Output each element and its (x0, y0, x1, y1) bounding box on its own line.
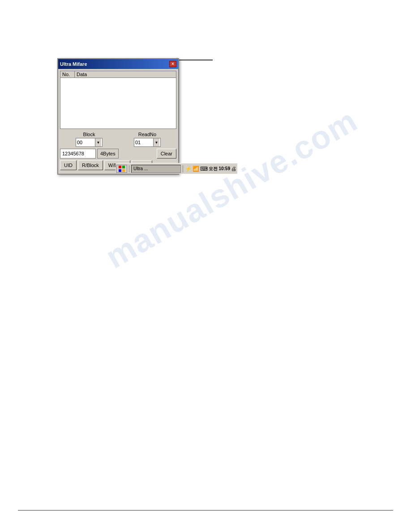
printer-icon: 🖨 (231, 166, 236, 172)
svg-rect-3 (122, 169, 125, 172)
data-list: No. Data (60, 71, 176, 129)
data-input[interactable] (60, 149, 96, 159)
signal-icon: 📶 (193, 166, 199, 172)
clear-button[interactable]: Clear (157, 149, 176, 159)
readno-value: 01 (135, 140, 153, 145)
close-button[interactable]: × (169, 61, 176, 67)
dialog-title: Ultra Mifare (60, 61, 169, 67)
dropdown-row: Block 00 ▼ ReadNo 01 ▼ (60, 132, 176, 147)
taskbar-separator-2 (183, 165, 183, 172)
readno-label: ReadNo (138, 132, 156, 137)
bytes-label: 4Bytes (97, 149, 119, 159)
svg-rect-1 (122, 166, 125, 168)
block-group: Block 00 ▼ (76, 132, 103, 147)
tray-time: 오전 10:59 (209, 166, 230, 172)
title-bar: Ultra Mifare × (58, 59, 178, 69)
data-list-header: No. Data (60, 71, 176, 78)
readno-select[interactable]: 01 ▼ (134, 138, 161, 147)
svg-rect-0 (119, 166, 121, 168)
block-value: 00 (77, 140, 95, 145)
dialog-window: Ultra Mifare × No. Data Block 00 ▼ ReadN… (57, 58, 179, 175)
taskbar-app-label: Ultra ... (133, 166, 148, 171)
arrow-indicator (177, 60, 213, 60)
svg-rect-2 (119, 169, 121, 172)
taskbar-separator (129, 165, 129, 172)
taskbar-app[interactable]: Ultra ... (131, 165, 181, 173)
readno-dropdown-arrow[interactable]: ▼ (153, 138, 159, 146)
battery-icon: ⚡ (185, 166, 192, 172)
block-select[interactable]: 00 ▼ (76, 138, 103, 147)
taskbar-tray: ⚡ 📶 ⌨ 오전 10:59 🖨 (185, 166, 236, 172)
start-icon (119, 166, 125, 172)
start-button[interactable] (116, 165, 127, 173)
col-data-header: Data (75, 71, 176, 77)
uid-button[interactable]: UID (60, 160, 77, 170)
dialog-body: No. Data Block 00 ▼ ReadNo 01 ▼ (58, 69, 178, 174)
block-dropdown-arrow[interactable]: ▼ (95, 138, 101, 146)
input-row: 4Bytes Clear (60, 149, 176, 159)
bottom-line (18, 510, 393, 511)
data-list-body (60, 78, 176, 129)
rblock-button[interactable]: R/Block (78, 160, 103, 170)
col-no-header: No. (60, 71, 75, 77)
keyboard-icon: ⌨ (200, 166, 208, 172)
taskbar: Ultra ... ⚡ 📶 ⌨ 오전 10:59 🖨 (116, 163, 237, 174)
block-label: Block (83, 132, 95, 137)
readno-group: ReadNo 01 ▼ (134, 132, 161, 147)
